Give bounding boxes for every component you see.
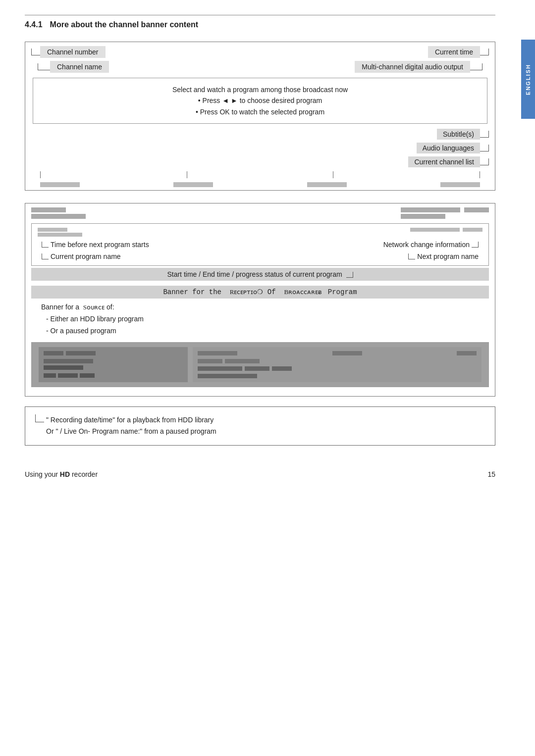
page-footer: Using your HD recorder 15 (25, 465, 495, 478)
bottom-bars (25, 182, 495, 190)
sidebar-tab: ENGLISH (521, 40, 535, 119)
bottom-connector-line: " Recording date/time" for a playback fr… (35, 414, 485, 438)
banner-reception: Banner for the Rᴇᴄᴇᴘᴛɪᴏ❍ Of Bʀᴏᴀᴄᴄᴀʀᴇᴃ P… (31, 286, 489, 299)
banner-source-line1: - Either an HDD library program (41, 313, 479, 325)
diag2-top-bars (31, 207, 489, 220)
channel-number-label: Channel number (40, 46, 106, 58)
time-before-row: Time before next program starts Network … (38, 240, 482, 250)
program-names-row: Current program name Next program name (38, 252, 482, 261)
current-time-label: Current time (428, 46, 480, 58)
footer-left: Using your HD recorder (25, 470, 98, 478)
progress-label: Start time / End time / progress status … (167, 270, 342, 278)
subtitles-label: Subtitle(s) (437, 129, 480, 140)
page-number: 15 (487, 470, 495, 478)
bottom-connectors (25, 171, 495, 178)
bottom-text-line1: " Recording date/time" for a playback fr… (46, 414, 216, 426)
section-title: More about the channel banner content (50, 20, 199, 29)
second-labels-row: Channel name Multi-channel digital audio… (25, 60, 495, 75)
inner-select-box: Select and watch a program among those b… (33, 78, 487, 124)
diagram-1: Channel number Current time Channel name… (25, 42, 495, 191)
inner-bars (38, 228, 482, 237)
bottom-text-block: " Recording date/time" for a playback fr… (46, 414, 216, 438)
diagram-2: Time before next program starts Network … (25, 203, 495, 396)
time-before-label: Time before next program starts (51, 241, 149, 249)
bottom-text-line2: Or " / Live On- Program name:" from a pa… (46, 426, 216, 438)
multichannel-label: Multi-channel digital audio output (355, 61, 470, 73)
next-program-label: Next program name (417, 252, 479, 260)
right-labels: Subtitle(s) Audio languages Current chan… (25, 127, 495, 171)
network-change-label: Network change information (383, 241, 470, 249)
section-number: 4.4.1 (25, 20, 43, 29)
current-program-label: Current program name (51, 252, 121, 260)
diagram-3: " Recording date/time" for a playback fr… (25, 406, 495, 446)
channel-list-label: Current channel list (408, 156, 480, 167)
hdd-banner-visual (31, 342, 489, 387)
sidebar-label: ENGLISH (525, 64, 531, 95)
inner-text-line3: • Press OK to watch the selected program (48, 106, 472, 117)
program-inner-box: Time before next program starts Network … (31, 223, 489, 266)
banner-reception-label: Banner for the Rᴇᴄᴇᴘᴛɪᴏ❍ Of Bʀᴏᴀᴄᴄᴀʀᴇᴃ P… (31, 286, 489, 299)
inner-text-line1: Select and watch a program among those b… (48, 84, 472, 95)
banner-source-text: Banner for a Sᴏᴜʀᴄᴇ of: - Either an HDD … (41, 302, 479, 337)
audio-languages-label: Audio languages (417, 143, 480, 153)
channel-name-label: Channel name (50, 61, 109, 73)
section-header: 4.4.1 More about the channel banner cont… (25, 15, 495, 29)
progress-bar-area: Start time / End time / progress status … (31, 268, 489, 281)
top-labels-row: Channel number Current time (25, 42, 495, 60)
banner-source-line2: - Or a paused program (41, 325, 479, 337)
inner-text-line2: • Press ◄ ► to choose desired program (48, 95, 472, 106)
